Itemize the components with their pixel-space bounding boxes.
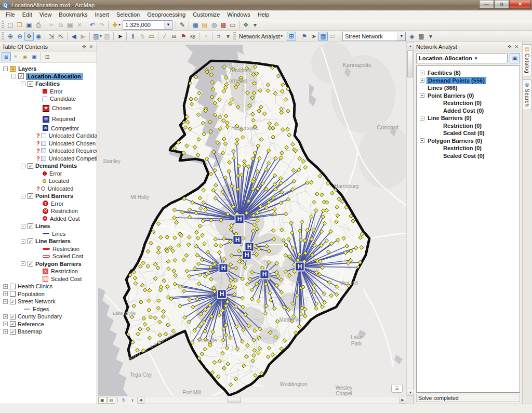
pan-icon[interactable]: ✥ [24,32,34,41]
scroll-up-icon[interactable]: ▲ [407,42,414,49]
menu-file[interactable]: File [2,11,19,18]
na-properties-button[interactable]: ▣ [510,53,520,63]
network-locations-icon[interactable]: ▦ [318,32,328,41]
tab-search[interactable]: ◎Search [523,79,532,110]
arctoolbox-icon[interactable]: ▩ [219,20,228,30]
scroll-right-icon[interactable]: ▶ [399,397,406,404]
collapse-icon[interactable]: − [11,74,16,78]
toc-row[interactable]: −✓Demand Points [0,162,97,170]
refresh-view-icon[interactable]: ↻ [119,397,128,404]
map-horizontal-scrollbar[interactable]: ▣ ▤ ↻ ‖ ◀ ▶ [97,396,406,404]
viewer-window-icon[interactable]: ⌗ [214,32,223,41]
na-row[interactable]: −Polygon Barriers (0) [417,137,520,145]
toolbar-overflow-icon[interactable]: ▾ [426,32,435,41]
toc-options-icon[interactable]: ⊡ [43,52,52,61]
clear-selection-icon[interactable]: ▧ [102,32,112,41]
toc-row[interactable]: ?HUnlocated Required [0,147,97,155]
python-window-icon[interactable]: ▭ [228,20,237,30]
close-icon[interactable]: ✕ [509,1,531,9]
toc-close-icon[interactable]: ✕ [87,44,95,49]
na-pin-icon[interactable]: ✜ [506,44,513,49]
map-view[interactable]: HHHHHHHHKannapolisConcordDavidsonCorneli… [97,42,414,404]
toc-row[interactable]: −✓Lines [0,222,97,230]
toolbar-grip[interactable] [2,21,4,29]
network-analyst-window-icon[interactable]: ⊞ [287,32,296,41]
collapse-icon[interactable]: − [3,299,8,304]
chevron-down-icon[interactable]: ▼ [397,32,405,41]
toc-row[interactable]: ▭Scaled Cost [0,275,97,283]
checkbox-checked[interactable]: ✓ [28,238,33,244]
horizontal-scroll-thumb[interactable] [228,397,241,403]
na-row[interactable]: Restriction (0) [417,122,520,130]
create-network-location-icon[interactable]: ⚑ [300,32,309,41]
directions-window-icon[interactable]: ▭ [328,32,337,41]
fixed-zoom-in-icon[interactable]: ⇲ [47,32,56,41]
toc-row[interactable]: +Health Clinics [0,283,97,290]
toolbar-overflow-icon[interactable]: ▾ [223,32,233,41]
toc-row[interactable]: Candidate [0,95,97,103]
title-bar[interactable]: Q LocationAllocation.mxd - ArcMap —⧉✕ [0,0,532,10]
network-identify-icon[interactable]: ◈ [407,32,417,41]
tab-catalog[interactable]: ▤Catalog [523,44,532,76]
layout-view-button[interactable]: ▤ [107,397,115,404]
expand-icon[interactable]: + [420,78,424,83]
toc-pin-icon[interactable]: ✜ [81,44,88,49]
toc-row[interactable]: Error [0,170,97,178]
toc-row[interactable]: −✓Line Barriers [0,237,97,245]
checkbox-checked[interactable]: ✓ [28,163,33,169]
checkbox-checked[interactable]: ✓ [10,314,16,319]
network-analyst-menu[interactable]: Network Analyst [237,33,282,39]
checkbox-checked[interactable]: ✓ [28,261,33,267]
build-network-icon[interactable]: ▩ [417,32,426,41]
collapse-icon[interactable]: − [420,138,424,143]
network-dataset-combobox[interactable]: Street Network▼ [342,32,406,41]
toc-row[interactable]: ✕Restriction [0,268,97,275]
checkbox-checked[interactable]: ✓ [28,223,33,229]
hyperlink-icon[interactable]: ↯ [138,32,147,41]
save-icon[interactable]: ▣ [24,20,34,30]
paste-icon[interactable]: ▤ [65,20,75,30]
map-scale-combobox[interactable]: 1:325,000▼ [123,20,172,30]
toc-row[interactable]: HRequired [0,114,97,125]
catalog-window-icon[interactable]: ▤ [200,20,209,30]
modelbuilder-icon[interactable]: ❖ [241,20,250,30]
toc-row[interactable]: ★Chosen [0,103,97,114]
collapse-icon[interactable]: − [21,224,25,229]
zoom-in-icon[interactable]: ⊕ [6,32,15,41]
toc-row[interactable]: ✕Competitor [0,125,97,132]
toc-row[interactable]: ?Unlocated Candidate [0,132,97,140]
map-vertical-scrollbar[interactable]: ▲ ▼ [406,42,414,396]
na-row[interactable]: +Facilities (8) [417,69,520,77]
pause-drawing-icon[interactable]: ‖ [128,397,137,404]
list-by-visibility-icon[interactable]: ◉ [20,52,30,61]
editor-pencil-icon[interactable]: ✎ [178,20,187,30]
checkbox-checked[interactable]: ✓ [18,73,24,79]
toc-row[interactable]: −≡Layers [0,65,97,73]
delete-icon[interactable]: ✕ [75,20,84,30]
na-row[interactable]: −Point Barriers (0) [417,92,520,100]
collapse-icon[interactable]: − [3,66,8,71]
checkbox-checked[interactable]: ✓ [28,193,33,199]
expand-icon[interactable]: + [3,329,8,334]
collapse-icon[interactable]: − [420,93,424,98]
na-row[interactable]: Scaled Cost (0) [417,152,520,160]
restore-icon[interactable]: ⧉ [494,1,509,9]
chevron-down-icon[interactable]: ▾ [118,22,121,27]
expand-icon[interactable]: + [3,284,8,289]
data-view-button[interactable]: ▣ [98,397,107,404]
collapse-icon[interactable]: − [21,164,25,168]
toc-row[interactable]: Located [0,177,97,185]
search-window-icon[interactable]: ◎ [209,20,219,30]
toc-row[interactable]: Error [0,88,97,96]
go-to-xy-icon[interactable]: xy [188,32,197,41]
na-row[interactable]: Scaled Cost (0) [417,129,520,137]
menu-view[interactable]: View [36,11,56,18]
list-by-selection-icon[interactable]: ▣ [30,52,39,61]
expand-icon[interactable]: + [420,71,424,75]
checkbox-checked[interactable]: ✓ [10,321,16,327]
menu-edit[interactable]: Edit [19,11,36,18]
scroll-left-icon[interactable]: ◀ [137,397,144,404]
toc-row[interactable]: −✓Facilities [0,80,97,88]
toolbar-grip[interactable] [2,32,4,41]
collapse-icon[interactable]: − [21,194,25,198]
